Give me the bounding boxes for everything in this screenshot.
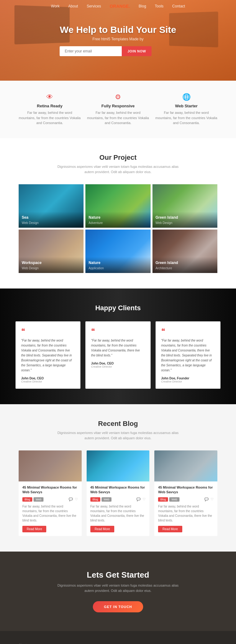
heart-icon-1: ♡ xyxy=(75,497,78,501)
feature-web-desc: Far far away, behind the word mountains,… xyxy=(155,110,217,126)
read-more-btn-2[interactable]: Read More xyxy=(90,526,114,532)
join-now-button[interactable]: JOIN NOW xyxy=(122,46,152,56)
blog-desc-1: Far far away, behind the word mountains,… xyxy=(22,504,78,523)
project-nature2-title: Nature xyxy=(88,261,147,265)
quote-icon-1: ❝ xyxy=(21,327,75,336)
heart-icon-3: ♡ xyxy=(211,497,214,501)
blog-tag-web-3: Web xyxy=(169,497,179,502)
blog-card-2: 45 Minimal Workspace Rooms for Web Savvy… xyxy=(87,450,150,536)
responsive-icon: ⚙ xyxy=(87,93,149,101)
cta-section: Lets Get Started Dignissimos asperiores … xyxy=(0,552,236,631)
blog-tags-3: Blog Web 💬 ♡ xyxy=(158,497,214,502)
cta-subtitle: Dignissimos asperiores vitae velit venia… xyxy=(56,583,180,594)
project-sea-title: Sea xyxy=(22,215,80,220)
email-input[interactable] xyxy=(60,46,122,56)
nav-blog[interactable]: Blog xyxy=(139,4,146,8)
main-nav: Work About Services ORANGE. Blog Tools C… xyxy=(0,0,236,12)
blog-card-3: 45 Minimal Workspace Rooms for Web Savvy… xyxy=(154,450,217,536)
hero-content: We Help to Build Your Site Free html5 Te… xyxy=(60,25,176,56)
testimonial-3: ❝ "Far far away, behind the word mountai… xyxy=(156,321,220,389)
clients-section: Happy Clients ❝ "Far far away, behind th… xyxy=(0,288,236,404)
testimonial-2-role: Creative Director xyxy=(91,365,145,368)
feature-responsive: ⚙ Fully Responsive Far far away, behind … xyxy=(87,93,149,126)
quote-icon-2: ❝ xyxy=(91,327,145,336)
projects-heading: Our Project xyxy=(19,154,217,162)
project-nature1-category: Adventure xyxy=(88,221,103,225)
feature-responsive-title: Fully Responsive xyxy=(87,104,149,108)
blog-title-3: 45 Minimal Workspace Rooms for Web Savvy… xyxy=(158,485,214,495)
testimonial-2-text: "Far far away, behind the word mountains… xyxy=(91,338,145,358)
hero-title: We Help to Build Your Site xyxy=(60,25,176,35)
feature-web: 🌐 Web Starter Far far away, behind the w… xyxy=(155,93,217,126)
blog-tags-2: Blog Web 💬 ♡ xyxy=(90,497,146,502)
blog-title-2: 45 Minimal Workspace Rooms for Web Savvy… xyxy=(90,485,146,495)
project-nature1-title: Nature xyxy=(88,215,147,220)
projects-subtitle: Dignissimos asperiores vitae velit venia… xyxy=(56,164,180,175)
blog-icons-3: 💬 ♡ xyxy=(204,497,214,501)
comment-icon-3: 💬 xyxy=(204,497,209,501)
web-icon: 🌐 xyxy=(155,93,217,101)
blog-tag-web-2: Web xyxy=(102,497,111,502)
nav-contact[interactable]: Contact xyxy=(172,4,185,8)
blog-desc-3: Far far away, behind the word mountains,… xyxy=(158,504,214,523)
feature-retina-title: Retina Ready xyxy=(19,104,81,108)
cta-heading: Lets Get Started xyxy=(19,570,217,580)
hero-form: JOIN NOW xyxy=(60,46,176,56)
testimonial-3-author: John Doe, Founder xyxy=(161,377,215,380)
feature-responsive-desc: Far far away, behind the word mountains,… xyxy=(87,110,149,126)
blog-tag-blog-3: Blog xyxy=(158,497,168,502)
read-more-btn-1[interactable]: Read More xyxy=(22,526,46,532)
hero-section: Work About Services ORANGE. Blog Tools C… xyxy=(0,0,236,81)
get-in-touch-button[interactable]: GET IN TOUCH xyxy=(93,601,143,612)
quote-icon-3: ❝ xyxy=(161,327,215,336)
blog-grid: 45 Minimal Workspace Rooms for Web Savvy… xyxy=(19,450,217,536)
testimonial-1-author: John Doe, CEO xyxy=(21,377,75,380)
feature-retina-desc: Far far away, behind the word mountains,… xyxy=(19,110,81,126)
project-item-greenisland2[interactable]: Green Island Architecture xyxy=(152,230,217,273)
project-workspace-category: Web Design xyxy=(22,266,39,270)
project-item-nature2[interactable]: Nature Application xyxy=(85,230,150,273)
nav-about[interactable]: About xyxy=(68,4,78,8)
testimonial-1: ❝ "Far far away, behind the word mountai… xyxy=(16,321,80,389)
blog-title-1: 45 Minimal Workspace Rooms for Web Savvy… xyxy=(22,485,78,495)
testimonial-2: ❝ "Far far away, behind the word mountai… xyxy=(85,321,150,389)
nav-tools[interactable]: Tools xyxy=(155,4,164,8)
blog-icons-1: 💬 ♡ xyxy=(69,497,78,501)
nav-services[interactable]: Services xyxy=(87,4,101,8)
blog-tag-blog-1: Blog xyxy=(22,497,32,502)
blog-desc-2: Far far away, behind the word mountains,… xyxy=(90,504,146,523)
blog-img-3 xyxy=(154,450,217,481)
clients-heading: Happy Clients xyxy=(16,304,220,312)
blog-tags-1: Blog Web 💬 ♡ xyxy=(22,497,78,502)
project-nature2-category: Application xyxy=(88,266,104,270)
project-item-nature1[interactable]: Nature Adventure xyxy=(85,184,150,228)
project-grid: Sea Web Design Nature Adventure Green Is… xyxy=(19,184,217,273)
nav-work[interactable]: Work xyxy=(51,4,60,8)
project-item-sea[interactable]: Sea Web Design xyxy=(19,184,84,228)
blog-icons-2: 💬 ♡ xyxy=(136,497,146,501)
blog-subtitle: Dignissimos asperiores vitae velit venia… xyxy=(56,430,180,441)
blog-card-1: 45 Minimal Workspace Rooms for Web Savvy… xyxy=(19,450,82,536)
project-workspace-title: Workspace xyxy=(22,261,80,265)
read-more-btn-3[interactable]: Read More xyxy=(158,526,182,532)
blog-tag-blog-2: Blog xyxy=(90,497,100,502)
project-greenisland2-title: Green Island xyxy=(156,261,214,265)
testimonial-1-role: Creative Director xyxy=(21,380,75,383)
feature-retina: 👁 Retina Ready Far far away, behind the … xyxy=(19,93,81,126)
blog-img-1 xyxy=(19,450,82,481)
hero-subtitle: Free html5 Templates Made by xyxy=(60,37,176,41)
project-item-greenisland1[interactable]: Green Island Web Design xyxy=(152,184,217,228)
eye-icon: 👁 xyxy=(19,93,81,101)
blog-tag-web-1: Web xyxy=(34,497,43,502)
comment-icon-1: 💬 xyxy=(69,497,73,501)
testimonials-list: ❝ "Far far away, behind the word mountai… xyxy=(16,321,220,389)
testimonial-1-text: "Far far away, behind the word mountains… xyxy=(21,338,75,373)
project-greenisland2-category: Architecture xyxy=(156,266,172,270)
project-sea-category: Web Design xyxy=(22,221,39,225)
features-section: 👁 Retina Ready Far far away, behind the … xyxy=(0,81,236,138)
blog-heading: Recent Blog xyxy=(19,420,217,428)
footer: About Help Contact Terms Meetups Shop Pr… xyxy=(0,631,236,644)
project-item-workspace[interactable]: Workspace Web Design xyxy=(19,230,84,273)
nav-brand[interactable]: ORANGE. xyxy=(110,4,130,9)
blog-section: Recent Blog Dignissimos asperiores vitae… xyxy=(0,404,236,552)
